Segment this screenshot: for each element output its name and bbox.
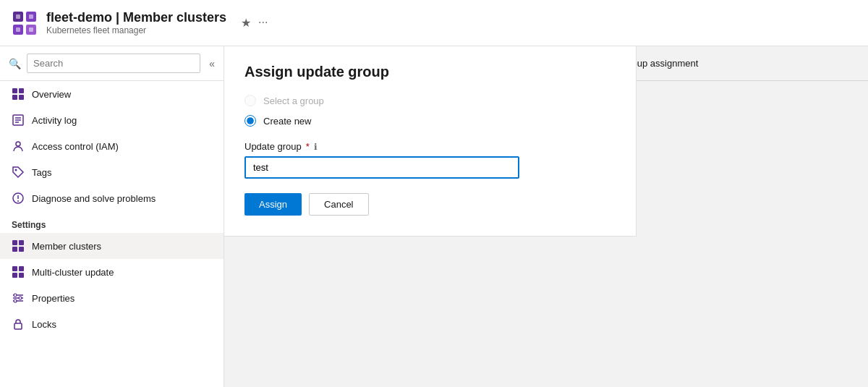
create-new-radio[interactable] xyxy=(244,115,256,127)
overview-icon xyxy=(12,88,25,101)
create-new-label: Create new xyxy=(263,116,311,127)
sidebar-item-overview-label: Overview xyxy=(32,89,71,100)
svg-point-34 xyxy=(14,299,17,302)
info-icon[interactable]: ℹ xyxy=(314,142,318,152)
sidebar-item-iam[interactable]: Access control (IAM) xyxy=(0,133,224,159)
content-area: + + Add 🗑 Remove ↻ Refresh ☰ Assign upda… xyxy=(224,46,868,387)
sidebar: 🔍 « Overview Activity log Acc xyxy=(0,46,224,387)
sidebar-item-multi-cluster-update-label: Multi-cluster update xyxy=(32,267,114,278)
settings-section-header: Settings xyxy=(0,211,224,233)
header-title-block: fleet-demo | Member clusters Kubernetes … xyxy=(46,10,226,35)
svg-rect-26 xyxy=(19,266,24,271)
search-icon: 🔍 xyxy=(9,58,21,69)
header-actions: ★ ··· xyxy=(241,16,268,30)
sidebar-item-properties[interactable]: Properties xyxy=(0,285,224,311)
favorite-icon[interactable]: ★ xyxy=(241,16,251,30)
sidebar-item-activity-log[interactable]: Activity log xyxy=(0,107,224,133)
sidebar-item-activity-log-label: Activity log xyxy=(32,115,77,126)
sidebar-navigation: Overview Activity log Access control (IA… xyxy=(0,81,224,387)
svg-point-33 xyxy=(19,297,22,299)
sidebar-item-overview[interactable]: Overview xyxy=(0,81,224,107)
svg-rect-10 xyxy=(12,95,17,100)
iam-icon xyxy=(12,140,25,153)
sidebar-item-diagnose[interactable]: Diagnose and solve problems xyxy=(0,185,224,211)
activity-log-icon xyxy=(12,114,25,127)
svg-rect-8 xyxy=(12,88,17,93)
svg-rect-4 xyxy=(16,14,20,19)
properties-icon xyxy=(12,292,25,305)
svg-rect-11 xyxy=(19,95,24,100)
svg-rect-6 xyxy=(16,27,20,32)
select-group-option[interactable]: Select a group xyxy=(244,95,616,106)
sidebar-item-tags[interactable]: Tags xyxy=(0,159,224,185)
svg-point-20 xyxy=(17,200,19,202)
sidebar-item-properties-label: Properties xyxy=(32,293,75,304)
sidebar-item-multi-cluster-update[interactable]: Multi-cluster update xyxy=(0,259,224,285)
app-logo xyxy=(12,10,38,36)
panel-actions: Assign Cancel xyxy=(244,193,616,216)
required-marker: * xyxy=(306,141,310,152)
svg-rect-21 xyxy=(12,240,17,245)
svg-rect-5 xyxy=(29,14,33,19)
svg-point-16 xyxy=(16,142,20,146)
assign-update-group-panel: Assign update group Select a group Creat… xyxy=(224,46,637,237)
svg-rect-9 xyxy=(19,88,24,93)
page-subtitle: Kubernetes fleet manager xyxy=(46,25,226,35)
svg-rect-24 xyxy=(19,247,24,252)
collapse-button[interactable]: « xyxy=(209,58,215,69)
sidebar-item-tags-label: Tags xyxy=(32,167,51,178)
member-clusters-icon xyxy=(12,239,25,252)
svg-rect-35 xyxy=(14,323,22,329)
sidebar-item-member-clusters[interactable]: Member clusters xyxy=(0,233,224,259)
svg-rect-27 xyxy=(12,273,17,278)
main-layout: 🔍 « Overview Activity log Acc xyxy=(0,46,868,387)
svg-rect-22 xyxy=(19,240,24,245)
svg-rect-23 xyxy=(12,247,17,252)
locks-icon xyxy=(12,318,25,331)
select-group-radio[interactable] xyxy=(244,95,256,106)
select-group-label: Select a group xyxy=(263,95,324,106)
diagnose-icon xyxy=(12,192,25,205)
create-new-option[interactable]: Create new xyxy=(244,115,616,127)
svg-point-32 xyxy=(14,294,17,297)
search-input[interactable] xyxy=(27,54,200,73)
svg-rect-25 xyxy=(12,266,17,271)
update-group-label: Update group * ℹ xyxy=(244,141,616,152)
cancel-button[interactable]: Cancel xyxy=(309,193,368,216)
sidebar-item-locks-label: Locks xyxy=(32,319,56,330)
tags-icon xyxy=(12,166,25,179)
sidebar-item-diagnose-label: Diagnose and solve problems xyxy=(32,193,156,204)
svg-point-17 xyxy=(15,169,17,171)
svg-rect-28 xyxy=(19,273,24,278)
sidebar-search-bar: 🔍 « xyxy=(0,46,224,81)
multi-cluster-update-icon xyxy=(12,265,25,278)
assign-button[interactable]: Assign xyxy=(244,193,302,216)
sidebar-item-member-clusters-label: Member clusters xyxy=(32,241,101,252)
sidebar-item-locks[interactable]: Locks xyxy=(0,311,224,337)
page-title: fleet-demo | Member clusters xyxy=(46,10,226,25)
more-icon[interactable]: ··· xyxy=(258,16,268,30)
update-group-input[interactable] xyxy=(244,156,519,179)
svg-rect-7 xyxy=(29,27,33,32)
panel-title: Assign update group xyxy=(244,64,616,80)
app-header: fleet-demo | Member clusters Kubernetes … xyxy=(0,0,868,46)
sidebar-item-iam-label: Access control (IAM) xyxy=(32,141,119,152)
radio-group: Select a group Create new xyxy=(244,95,616,127)
